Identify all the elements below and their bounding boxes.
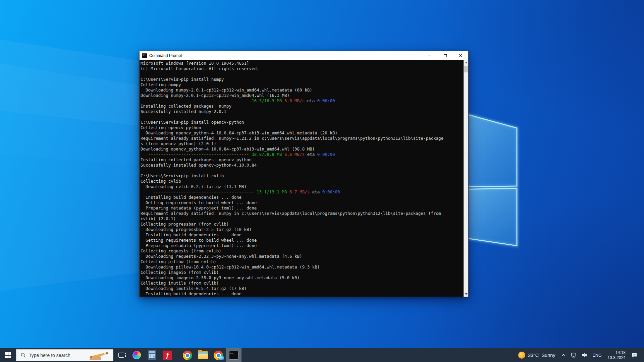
terminal-line: Getting requirements to build wheel ... … [141,200,462,205]
terminal-line: ----------------------------------------… [141,152,462,157]
file-explorer-icon [198,351,208,359]
maximize-button[interactable] [437,51,453,60]
system-tray: 33°C Sunny ENG [515,348,644,362]
terminal-line: Successfully installed opencv-python-4.1… [141,163,462,168]
action-center-icon [631,352,638,358]
show-desktop-button[interactable] [642,348,644,362]
volume-button[interactable] [579,348,590,362]
close-icon: × [459,53,463,59]
minimize-button[interactable] [422,51,437,60]
terminal-line: Requirement already satisfied: numpy>=1.… [141,136,462,141]
terminal-output[interactable]: Microsoft Windows [Version 10.0.19045.46… [140,60,468,297]
copilot-icon [132,351,141,359]
taskbar: Type here to search f C:\_ [0,348,644,362]
terminal-line: Collecting requests (from cvlib) [141,248,462,254]
terminal-line: C:\Users\Servis>pip install cvlib [141,173,462,179]
terminal-line [141,71,462,77]
scroll-down-icon [465,293,468,295]
terminal-line: Preparing metadata (pyproject.toml) ... … [141,205,462,211]
globe-badge-icon [219,356,224,360]
chevron-up-icon [561,354,566,357]
maximize-icon [444,54,447,57]
command-prompt-window[interactable]: C:\_ Command Prompt × Microsoft Windows … [139,51,469,297]
chrome-icon [183,351,192,360]
terminal-line: Successfully installed numpy-2.0.1 [141,109,462,114]
terminal-line: Installing build dependencies ... done [141,232,462,238]
terminal-line: Installing collected packages: numpy [141,104,462,109]
start-button[interactable] [0,348,16,362]
terminal-line: Collecting opencv-python [141,125,462,130]
taskbar-item-f-app[interactable]: f [160,348,175,362]
task-view-button[interactable] [113,348,129,362]
terminal-line: Downloading imageio-2.35.0-py3-none-any.… [141,275,462,281]
terminal-line: Downloading cvlib-0.2.7.tar.gz (13.1 MB) [141,184,462,189]
language-indicator[interactable]: ENG [590,348,604,362]
terminal-line [141,168,462,173]
taskbar-item-copilot[interactable] [129,348,144,362]
scroll-up-icon [465,62,468,63]
terminal-line: Getting requirements to build wheel ... … [141,238,462,243]
terminal-line [141,114,462,120]
taskbar-item-chrome[interactable] [180,348,195,362]
terminal-line: (c) Microsoft Corporation. All rights re… [141,66,462,71]
weather-condition: Sunny [541,353,555,358]
search-placeholder: Type here to search [29,353,70,358]
command-prompt-icon: C:\_ [229,351,238,360]
scroll-up-button[interactable] [464,60,469,65]
terminal-line: ----------------------------------------… [141,189,462,195]
action-center-button[interactable] [629,348,642,362]
terminal-line: Downloading numpy-2.0.1-cp312-cp312-win_… [141,87,462,93]
cmd-window-icon: C:\_ [142,53,147,58]
terminal-line: Downloading numpy-2.0.1-cp312-cp312-win_… [141,93,462,98]
terminal-line: Downloading imutils-0.5.4.tar.gz (17 kB) [141,286,462,291]
weather-widget[interactable]: 33°C Sunny [515,348,559,362]
calculator-icon [148,350,156,360]
clock-date: 13.8.2024 [608,355,626,360]
clock[interactable]: 14:18 13.8.2024 [604,348,629,362]
terminal-line: Installing collected packages: opencv-py… [141,157,462,163]
window-title: Command Prompt [149,53,182,58]
search-icon [20,352,26,358]
terminal-line: Collecting imutils (from cvlib) [141,281,462,286]
terminal-line: Installing build dependencies ... done [141,195,462,200]
terminal-line: Downloading requests-2.32.3-py3-none-any… [141,254,462,259]
scrollbar-thumb[interactable] [464,66,468,72]
terminal-line: Downloading pillow-10.4.0-cp312-cp312-wi… [141,264,462,270]
terminal-line: C:\Users\Servis>pip install opencv-pytho… [141,120,462,125]
task-view-icon [118,353,124,358]
terminal-line: Collecting progressbar (from cvlib) [141,222,462,227]
terminal-line: Microsoft Windows [Version 10.0.19045.46… [141,61,462,66]
sun-weather-icon [518,352,525,359]
terminal-line: Installing build dependencies ... done [141,291,462,297]
terminal-line: Downloading progressbar-2.5.tar.gz (10 k… [141,227,462,232]
terminal-line: cvlib) (2.0.1) [141,216,462,222]
windows-logo-icon [5,352,11,358]
close-button[interactable]: × [453,51,468,60]
terminal-line: Collecting pillow (from cvlib) [141,259,462,264]
terminal-line: Collecting numpy [141,82,462,87]
taskbar-item-file-explorer[interactable] [195,348,211,362]
terminal-line: ----------------------------------------… [141,98,462,104]
scroll-down-button[interactable] [464,292,469,297]
speaker-icon [582,353,588,358]
terminal-scrollbar[interactable] [464,60,468,297]
taskbar-item-command-prompt[interactable]: C:\_ [226,348,241,362]
network-button[interactable] [568,348,579,362]
terminal-line: Collecting imageio (from cvlib) [141,270,462,275]
terminal-line: s (from opencv-python) (2.0.1) [141,141,462,146]
terminal-line: Requirement already satisfied: numpy in … [141,211,462,216]
window-titlebar[interactable]: C:\_ Command Prompt × [140,51,468,60]
f-app-icon: f [163,351,172,360]
minimize-icon [428,56,431,56]
terminal-line: Downloading opencv_python-4.10.0.84-cp37… [141,130,462,136]
terminal-line: Preparing metadata (pyproject.toml) ... … [141,243,462,248]
taskbar-item-calculator[interactable] [144,348,160,362]
taskbar-item-chrome-profile[interactable] [211,348,226,362]
terminal-line: Downloading opencv_python-4.10.0.84-cp37… [141,146,462,152]
search-promo-image [85,350,111,360]
weather-temperature: 33°C [528,353,539,358]
search-input[interactable]: Type here to search [16,349,113,361]
network-ethernet-icon [571,353,577,358]
terminal-line: C:\Users\Servis>pip install numpy [141,77,462,82]
tray-overflow-button[interactable] [559,348,568,362]
